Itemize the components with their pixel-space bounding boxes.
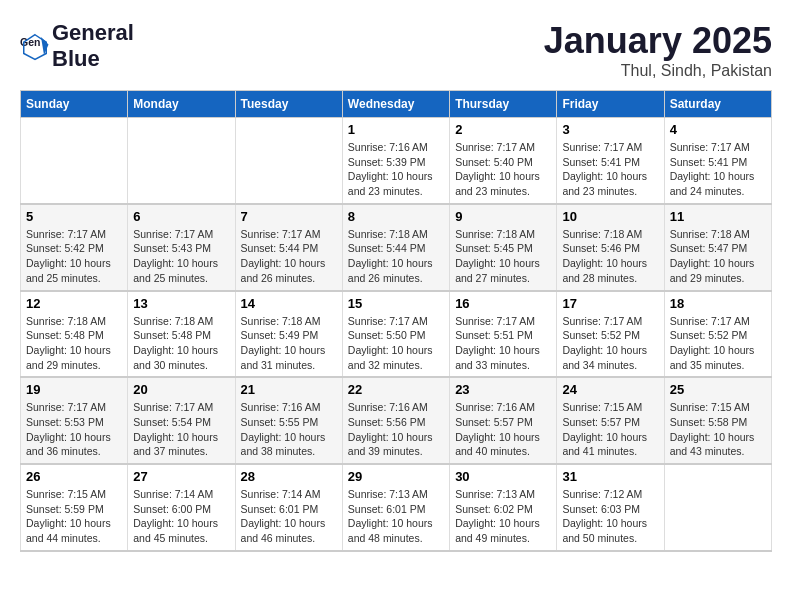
day-number: 18 xyxy=(670,296,766,311)
calendar-cell: 28Sunrise: 7:14 AMSunset: 6:01 PMDayligh… xyxy=(235,464,342,551)
day-number: 5 xyxy=(26,209,122,224)
day-number: 30 xyxy=(455,469,551,484)
title-block: January 2025 Thul, Sindh, Pakistan xyxy=(544,20,772,80)
calendar-cell: 19Sunrise: 7:17 AMSunset: 5:53 PMDayligh… xyxy=(21,377,128,464)
calendar-cell: 4Sunrise: 7:17 AMSunset: 5:41 PMDaylight… xyxy=(664,118,771,204)
logo-icon: Gen xyxy=(20,31,50,61)
day-number: 31 xyxy=(562,469,658,484)
day-number: 15 xyxy=(348,296,444,311)
day-number: 9 xyxy=(455,209,551,224)
day-info: Sunrise: 7:17 AMSunset: 5:42 PMDaylight:… xyxy=(26,227,122,286)
day-number: 21 xyxy=(241,382,337,397)
day-number: 25 xyxy=(670,382,766,397)
calendar-cell: 22Sunrise: 7:16 AMSunset: 5:56 PMDayligh… xyxy=(342,377,449,464)
calendar-cell: 27Sunrise: 7:14 AMSunset: 6:00 PMDayligh… xyxy=(128,464,235,551)
day-number: 19 xyxy=(26,382,122,397)
day-number: 7 xyxy=(241,209,337,224)
logo-general: General xyxy=(52,20,134,45)
day-number: 11 xyxy=(670,209,766,224)
day-info: Sunrise: 7:18 AMSunset: 5:48 PMDaylight:… xyxy=(133,314,229,373)
day-number: 4 xyxy=(670,122,766,137)
svg-marker-2 xyxy=(41,37,49,55)
week-row-3: 12Sunrise: 7:18 AMSunset: 5:48 PMDayligh… xyxy=(21,291,772,378)
day-info: Sunrise: 7:17 AMSunset: 5:41 PMDaylight:… xyxy=(562,140,658,199)
calendar-cell xyxy=(235,118,342,204)
day-info: Sunrise: 7:17 AMSunset: 5:41 PMDaylight:… xyxy=(670,140,766,199)
calendar-cell xyxy=(21,118,128,204)
calendar-cell: 1Sunrise: 7:16 AMSunset: 5:39 PMDaylight… xyxy=(342,118,449,204)
day-number: 27 xyxy=(133,469,229,484)
calendar-cell: 7Sunrise: 7:17 AMSunset: 5:44 PMDaylight… xyxy=(235,204,342,291)
day-number: 23 xyxy=(455,382,551,397)
calendar-cell: 20Sunrise: 7:17 AMSunset: 5:54 PMDayligh… xyxy=(128,377,235,464)
day-info: Sunrise: 7:18 AMSunset: 5:46 PMDaylight:… xyxy=(562,227,658,286)
day-info: Sunrise: 7:16 AMSunset: 5:57 PMDaylight:… xyxy=(455,400,551,459)
week-row-4: 19Sunrise: 7:17 AMSunset: 5:53 PMDayligh… xyxy=(21,377,772,464)
day-info: Sunrise: 7:15 AMSunset: 5:57 PMDaylight:… xyxy=(562,400,658,459)
header-tuesday: Tuesday xyxy=(235,91,342,118)
calendar-cell xyxy=(664,464,771,551)
day-info: Sunrise: 7:13 AMSunset: 6:02 PMDaylight:… xyxy=(455,487,551,546)
day-info: Sunrise: 7:18 AMSunset: 5:47 PMDaylight:… xyxy=(670,227,766,286)
calendar-cell: 13Sunrise: 7:18 AMSunset: 5:48 PMDayligh… xyxy=(128,291,235,378)
day-number: 26 xyxy=(26,469,122,484)
day-number: 6 xyxy=(133,209,229,224)
day-info: Sunrise: 7:14 AMSunset: 6:00 PMDaylight:… xyxy=(133,487,229,546)
day-info: Sunrise: 7:18 AMSunset: 5:45 PMDaylight:… xyxy=(455,227,551,286)
day-number: 22 xyxy=(348,382,444,397)
calendar-cell xyxy=(128,118,235,204)
day-info: Sunrise: 7:17 AMSunset: 5:51 PMDaylight:… xyxy=(455,314,551,373)
day-number: 28 xyxy=(241,469,337,484)
header-monday: Monday xyxy=(128,91,235,118)
day-info: Sunrise: 7:17 AMSunset: 5:52 PMDaylight:… xyxy=(670,314,766,373)
day-info: Sunrise: 7:17 AMSunset: 5:40 PMDaylight:… xyxy=(455,140,551,199)
calendar-cell: 14Sunrise: 7:18 AMSunset: 5:49 PMDayligh… xyxy=(235,291,342,378)
calendar-cell: 25Sunrise: 7:15 AMSunset: 5:58 PMDayligh… xyxy=(664,377,771,464)
calendar-cell: 5Sunrise: 7:17 AMSunset: 5:42 PMDaylight… xyxy=(21,204,128,291)
calendar-cell: 31Sunrise: 7:12 AMSunset: 6:03 PMDayligh… xyxy=(557,464,664,551)
header-wednesday: Wednesday xyxy=(342,91,449,118)
calendar-cell: 9Sunrise: 7:18 AMSunset: 5:45 PMDaylight… xyxy=(450,204,557,291)
day-info: Sunrise: 7:17 AMSunset: 5:53 PMDaylight:… xyxy=(26,400,122,459)
calendar-cell: 18Sunrise: 7:17 AMSunset: 5:52 PMDayligh… xyxy=(664,291,771,378)
day-info: Sunrise: 7:12 AMSunset: 6:03 PMDaylight:… xyxy=(562,487,658,546)
page-header: Gen General Blue January 2025 Thul, Sind… xyxy=(20,20,772,80)
day-info: Sunrise: 7:18 AMSunset: 5:49 PMDaylight:… xyxy=(241,314,337,373)
day-info: Sunrise: 7:16 AMSunset: 5:56 PMDaylight:… xyxy=(348,400,444,459)
day-info: Sunrise: 7:13 AMSunset: 6:01 PMDaylight:… xyxy=(348,487,444,546)
day-number: 2 xyxy=(455,122,551,137)
day-number: 16 xyxy=(455,296,551,311)
calendar-cell: 26Sunrise: 7:15 AMSunset: 5:59 PMDayligh… xyxy=(21,464,128,551)
calendar-cell: 30Sunrise: 7:13 AMSunset: 6:02 PMDayligh… xyxy=(450,464,557,551)
calendar-cell: 23Sunrise: 7:16 AMSunset: 5:57 PMDayligh… xyxy=(450,377,557,464)
calendar-cell: 16Sunrise: 7:17 AMSunset: 5:51 PMDayligh… xyxy=(450,291,557,378)
week-row-1: 1Sunrise: 7:16 AMSunset: 5:39 PMDaylight… xyxy=(21,118,772,204)
calendar-cell: 2Sunrise: 7:17 AMSunset: 5:40 PMDaylight… xyxy=(450,118,557,204)
day-info: Sunrise: 7:18 AMSunset: 5:44 PMDaylight:… xyxy=(348,227,444,286)
calendar-cell: 8Sunrise: 7:18 AMSunset: 5:44 PMDaylight… xyxy=(342,204,449,291)
day-info: Sunrise: 7:17 AMSunset: 5:44 PMDaylight:… xyxy=(241,227,337,286)
header-friday: Friday xyxy=(557,91,664,118)
day-info: Sunrise: 7:17 AMSunset: 5:50 PMDaylight:… xyxy=(348,314,444,373)
calendar-cell: 10Sunrise: 7:18 AMSunset: 5:46 PMDayligh… xyxy=(557,204,664,291)
day-number: 20 xyxy=(133,382,229,397)
calendar-cell: 12Sunrise: 7:18 AMSunset: 5:48 PMDayligh… xyxy=(21,291,128,378)
day-number: 29 xyxy=(348,469,444,484)
week-row-5: 26Sunrise: 7:15 AMSunset: 5:59 PMDayligh… xyxy=(21,464,772,551)
day-number: 14 xyxy=(241,296,337,311)
calendar-cell: 21Sunrise: 7:16 AMSunset: 5:55 PMDayligh… xyxy=(235,377,342,464)
day-info: Sunrise: 7:14 AMSunset: 6:01 PMDaylight:… xyxy=(241,487,337,546)
calendar-cell: 6Sunrise: 7:17 AMSunset: 5:43 PMDaylight… xyxy=(128,204,235,291)
logo: Gen General Blue xyxy=(20,20,134,72)
logo-blue: Blue xyxy=(52,46,100,71)
day-info: Sunrise: 7:16 AMSunset: 5:55 PMDaylight:… xyxy=(241,400,337,459)
calendar-cell: 15Sunrise: 7:17 AMSunset: 5:50 PMDayligh… xyxy=(342,291,449,378)
day-info: Sunrise: 7:15 AMSunset: 5:58 PMDaylight:… xyxy=(670,400,766,459)
day-info: Sunrise: 7:17 AMSunset: 5:43 PMDaylight:… xyxy=(133,227,229,286)
day-info: Sunrise: 7:17 AMSunset: 5:52 PMDaylight:… xyxy=(562,314,658,373)
calendar-table: SundayMondayTuesdayWednesdayThursdayFrid… xyxy=(20,90,772,552)
header-saturday: Saturday xyxy=(664,91,771,118)
day-number: 3 xyxy=(562,122,658,137)
day-info: Sunrise: 7:18 AMSunset: 5:48 PMDaylight:… xyxy=(26,314,122,373)
calendar-cell: 24Sunrise: 7:15 AMSunset: 5:57 PMDayligh… xyxy=(557,377,664,464)
